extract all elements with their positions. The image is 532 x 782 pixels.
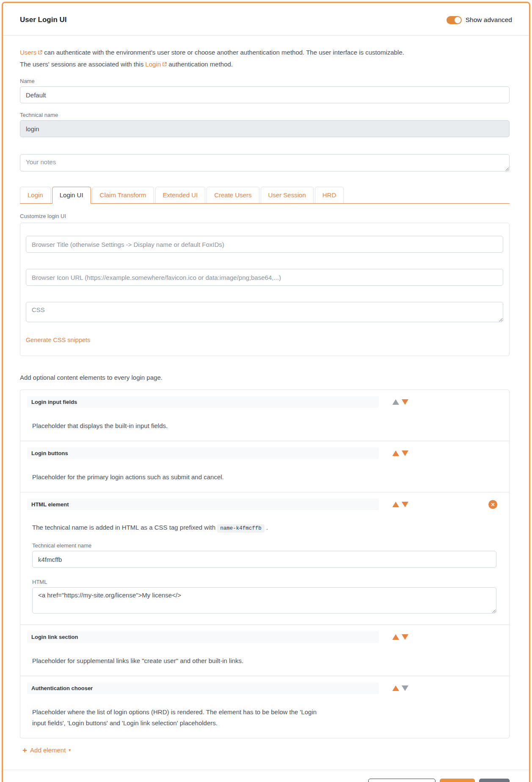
name-group: Name [20, 78, 510, 103]
intro-line-1-text: can authenticate with the environment's … [42, 49, 404, 56]
remove-element-icon[interactable]: ✕ [488, 500, 497, 509]
plus-icon: + [22, 746, 27, 754]
reorder-arrows [392, 685, 408, 691]
intro-text: Users can authenticate with the environm… [20, 47, 510, 70]
external-link-icon [38, 50, 42, 55]
element-description: Placeholder for supplemental links like … [32, 655, 502, 666]
move-down-icon[interactable] [402, 685, 408, 691]
move-down-icon[interactable] [402, 502, 408, 507]
move-down-icon[interactable] [402, 450, 408, 456]
reorder-arrows [392, 450, 408, 456]
element-row-login-buttons: Login buttons Placeholder for the primar… [20, 441, 509, 492]
element-row-login-input-fields: Login input fields Placeholder that disp… [20, 390, 509, 441]
element-title: Login buttons [27, 448, 379, 459]
card-footer: Delete Test authentication Update Close [3, 770, 529, 782]
chevron-down-icon: ▾ [69, 748, 71, 752]
show-advanced-control: Show advanced [447, 16, 512, 24]
tab-login[interactable]: Login [20, 187, 51, 203]
reorder-arrows [392, 502, 408, 507]
element-row-html-element: HTML element ✕ The technical name is add… [20, 492, 509, 625]
intro-line-2-prefix: The users' sessions are associated with … [20, 61, 145, 68]
card-header: User Login UI Show advanced [3, 3, 529, 36]
login-link[interactable]: Login [145, 61, 161, 68]
element-row-header: Login link section [27, 631, 502, 643]
move-down-icon[interactable] [402, 399, 408, 405]
generate-css-snippets-link[interactable]: Generate CSS snippets [26, 337, 90, 343]
element-row-header: Authentication chooser [27, 683, 502, 694]
element-row-header: Login input fields [27, 396, 502, 408]
css-tag-code: name-k4fmcffb [217, 524, 265, 533]
element-title: Authentication chooser [27, 683, 379, 694]
browser-icon-url-input[interactable] [26, 269, 503, 286]
notes-group [20, 154, 510, 173]
tab-create-users[interactable]: Create Users [207, 187, 259, 203]
name-label: Name [20, 78, 510, 84]
html-group: HTML <a href="https://my-site.org/licens… [32, 579, 496, 615]
external-link-icon [162, 62, 167, 66]
move-down-icon[interactable] [402, 634, 408, 640]
html-textarea[interactable]: <a href="https://my-site.org/license">My… [32, 587, 496, 613]
browser-icon-row [26, 269, 503, 286]
move-up-icon[interactable] [392, 634, 399, 640]
technical-element-name-label: Technical element name [32, 542, 496, 549]
intro-line-2-suffix: authentication method. [167, 61, 233, 68]
customize-section-label: Customize login UI [20, 213, 510, 219]
move-up-icon[interactable] [392, 450, 399, 456]
show-advanced-toggle-icon[interactable] [447, 16, 462, 24]
login-page-elements-list: Login input fields Placeholder that disp… [20, 390, 510, 738]
css-row [26, 302, 503, 324]
css-textarea[interactable] [26, 302, 503, 322]
page-title: User Login UI [20, 16, 67, 24]
elements-intro-text: Add optional content elements to every l… [20, 374, 510, 381]
name-input[interactable] [20, 86, 510, 103]
css-tag-prefix-text: The technical name is added in HTML as a… [32, 524, 215, 531]
reorder-arrows [392, 634, 408, 640]
reorder-arrows [392, 399, 408, 405]
move-up-icon[interactable] [392, 399, 399, 405]
tab-login-ui[interactable]: Login UI [52, 187, 91, 204]
add-element-button[interactable]: + Add element ▾ [22, 746, 71, 754]
element-title: HTML element [27, 499, 379, 510]
tab-hrd[interactable]: HRD [315, 187, 344, 203]
technical-name-group: Technical name [20, 112, 510, 137]
technical-name-label: Technical name [20, 112, 510, 118]
add-element-label: Add element [30, 746, 66, 754]
customize-box: Generate CSS snippets [20, 223, 510, 356]
move-up-icon[interactable] [392, 685, 399, 691]
users-link[interactable]: Users [20, 49, 36, 56]
test-authentication-button[interactable]: Test authentication [368, 779, 436, 782]
element-row-login-link-section: Login link section Placeholder for suppl… [20, 625, 509, 676]
update-button[interactable]: Update [440, 779, 474, 782]
element-title: Login input fields [27, 396, 379, 408]
technical-name-input [20, 120, 510, 137]
element-row-authentication-chooser: Authentication chooser Placeholder where… [20, 676, 509, 738]
element-row-header: HTML element [27, 499, 502, 510]
tab-user-session[interactable]: User Session [261, 187, 314, 203]
element-row-header: Login buttons [27, 448, 502, 459]
technical-element-name-group: Technical element name [32, 542, 496, 568]
show-advanced-label: Show advanced [466, 16, 512, 24]
intro-line-2: The users' sessions are associated with … [20, 58, 510, 70]
element-description: Placeholder for the primary login action… [32, 472, 502, 483]
html-label: HTML [32, 579, 496, 585]
element-description: Placeholder where the list of login opti… [32, 707, 331, 729]
notes-textarea[interactable] [20, 154, 510, 171]
tab-claim-transform[interactable]: Claim Transform [92, 187, 154, 203]
move-up-icon[interactable] [392, 502, 399, 507]
tab-bar: Login Login UI Claim Transform Extended … [20, 187, 510, 204]
toggle-knob [455, 17, 461, 23]
technical-element-name-input[interactable] [32, 551, 496, 568]
tab-extended-ui[interactable]: Extended UI [155, 187, 206, 203]
element-title: Login link section [27, 631, 379, 643]
form-body: Users can authenticate with the environm… [3, 36, 529, 754]
close-button[interactable]: Close [479, 779, 510, 782]
css-tag-prefix-line: The technical name is added in HTML as a… [32, 524, 502, 531]
element-description: Placeholder that displays the built-in i… [32, 420, 502, 431]
intro-line-1: Users can authenticate with the environm… [20, 47, 510, 58]
user-login-ui-card: User Login UI Show advanced Users can au… [2, 2, 530, 782]
browser-title-input[interactable] [26, 236, 503, 253]
css-tag-suffix: . [266, 524, 268, 531]
